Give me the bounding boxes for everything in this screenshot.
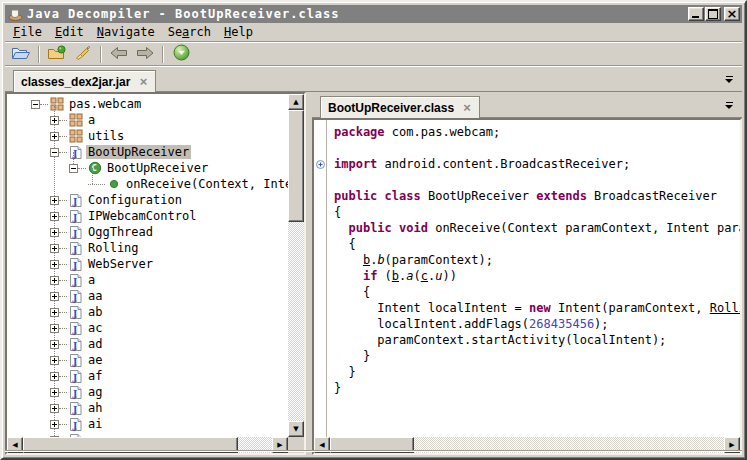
svg-text:J: J [72, 308, 77, 318]
java-class-icon: J [68, 369, 83, 384]
menu-bar: FileEditNavigateSearchHelp [5, 23, 742, 42]
title-bar[interactable]: Java Decompiler - BootUpReceiver.class [5, 5, 742, 23]
tree-item-pas-webcam[interactable]: pas.webcam [7, 96, 288, 112]
scroll-up-button[interactable] [288, 94, 304, 110]
java-class-icon: J [68, 305, 83, 320]
tree-vertical-scrollbar[interactable] [288, 94, 304, 437]
code-line [334, 172, 740, 188]
source-tab-close-icon[interactable] [462, 101, 472, 115]
expand-plus-icon[interactable] [50, 356, 59, 365]
expand-plus-icon[interactable] [50, 244, 59, 253]
code-token: BroadcastReceiver [587, 189, 717, 203]
tree-item-aa[interactable]: Jaa [7, 288, 288, 304]
source-tab-list-dropdown-icon[interactable] [725, 102, 734, 109]
expand-plus-icon[interactable] [50, 340, 59, 349]
expand-plus-icon[interactable] [50, 436, 59, 438]
expand-plus-icon[interactable] [50, 260, 59, 269]
code-token: } [334, 381, 341, 395]
keyword-token: package [334, 125, 385, 139]
menu-help[interactable]: Help [218, 23, 259, 41]
toolbar-separator [38, 46, 40, 63]
tree-item-configuration[interactable]: JConfiguration [7, 192, 288, 208]
toolbar-search-brush-button[interactable] [71, 44, 95, 64]
collapse-minus-icon[interactable] [69, 164, 78, 173]
tree-connector [78, 168, 86, 169]
tree-item-a[interactable]: Ja [7, 272, 288, 288]
code-token: } [334, 349, 370, 363]
fold-expand-icon[interactable] [316, 158, 325, 172]
code-token: Rolling [710, 301, 740, 315]
menu-navigate[interactable]: Navigate [91, 23, 161, 41]
app-coffee-cup-icon [8, 7, 24, 21]
code-token: android.content.BroadcastReceiver; [377, 157, 630, 171]
toolbar-forward-button[interactable] [133, 44, 157, 64]
expand-plus-icon[interactable] [50, 212, 59, 221]
jar-tab-list-dropdown-icon[interactable] [725, 76, 734, 83]
code-token: com.pas.webcam; [385, 125, 501, 139]
expand-plus-icon[interactable] [50, 404, 59, 413]
collapse-minus-icon[interactable] [50, 148, 59, 157]
tree-item-a[interactable]: a [7, 112, 288, 128]
code-token: Intent(paramContext, [551, 301, 710, 315]
tree-item-ad[interactable]: Jad [7, 336, 288, 352]
svg-text:J: J [72, 292, 77, 302]
tree-item-label: ag [86, 385, 104, 399]
toolbar [5, 43, 742, 65]
toolbar-open-type-button[interactable] [45, 44, 69, 64]
tree-item-rolling[interactable]: JRolling [7, 240, 288, 256]
tree-item-ac[interactable]: Jac [7, 320, 288, 336]
expand-plus-icon[interactable] [50, 228, 59, 237]
toolbar-separator [100, 46, 102, 63]
tree-item-ai[interactable]: Jai [7, 416, 288, 432]
expand-plus-icon[interactable] [50, 420, 59, 429]
tree-item-ab[interactable]: Jab [7, 304, 288, 320]
svg-text:J: J [72, 388, 77, 398]
menu-file[interactable]: File [7, 23, 48, 41]
jar-tab-close-icon[interactable] [138, 75, 148, 89]
java-class-icon: J [68, 417, 83, 432]
code-token: ( [414, 269, 421, 283]
tree-item-utils[interactable]: utils [7, 128, 288, 144]
scroll-down-button[interactable] [288, 421, 304, 437]
toolbar-open-file-button[interactable] [9, 44, 33, 64]
tab-classes-dex2jar[interactable]: classes_dex2jar.jar [13, 70, 156, 92]
tree-connector [59, 312, 67, 313]
code-editor[interactable]: package com.pas.webcam; import android.c… [328, 120, 740, 437]
toolbar-back-button[interactable] [107, 44, 131, 64]
tab-bootupreceiver-class[interactable]: BootUpReceiver.class [320, 96, 480, 118]
toolbar-open-hierarchy-button[interactable] [169, 44, 193, 64]
tree-item-bootupreceiver[interactable]: CBootUpReceiver [7, 160, 288, 176]
search-brush-icon [74, 45, 92, 64]
close-button[interactable] [724, 7, 740, 21]
expand-plus-icon[interactable] [50, 388, 59, 397]
expand-plus-icon[interactable] [50, 132, 59, 141]
menu-search[interactable]: Search [162, 23, 217, 41]
source-view: package com.pas.webcam; import android.c… [312, 118, 742, 455]
tree-item-ag[interactable]: Jag [7, 384, 288, 400]
expand-plus-icon[interactable] [50, 276, 59, 285]
tree-item-webserver[interactable]: JWebServer [7, 256, 288, 272]
menu-edit[interactable]: Edit [49, 23, 90, 41]
minimize-button[interactable] [688, 7, 704, 21]
tree-item-af[interactable]: Jaf [7, 368, 288, 384]
collapse-minus-icon[interactable] [31, 100, 40, 109]
expand-plus-icon[interactable] [50, 372, 59, 381]
tree-item-onreceive-context-intent[interactable]: onReceive(Context, Intent) [7, 176, 288, 192]
tree-connector [59, 280, 67, 281]
tree-item-ipwebcamcontrol[interactable]: JIPWebcamControl [7, 208, 288, 224]
maximize-button[interactable] [705, 7, 721, 21]
tree-item-ah[interactable]: Jah [7, 400, 288, 416]
tree-item-ae[interactable]: Jae [7, 352, 288, 368]
expand-plus-icon[interactable] [50, 116, 59, 125]
tree-vscroll-thumb[interactable] [288, 110, 304, 222]
expand-plus-icon[interactable] [50, 196, 59, 205]
expand-plus-icon[interactable] [50, 308, 59, 317]
package-tree-panel: pas.webcamautilsJBootUpReceiverCBootUpRe… [5, 92, 306, 455]
expand-plus-icon[interactable] [50, 324, 59, 333]
code-line: localIntent.addFlags(268435456); [334, 316, 740, 332]
expand-plus-icon[interactable] [50, 292, 59, 301]
java-class-icon: J [68, 273, 83, 288]
tree-item-bootupreceiver[interactable]: JBootUpReceiver [7, 144, 288, 160]
code-token: ( [377, 269, 391, 283]
tree-item-oggthread[interactable]: JOggThread [7, 224, 288, 240]
